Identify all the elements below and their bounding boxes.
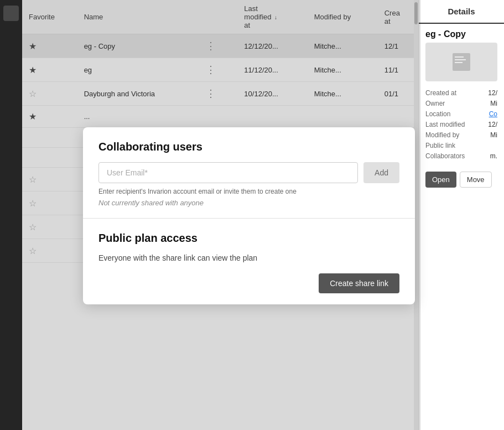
star-icon[interactable]: ☆: [29, 222, 37, 232]
cell-favorite: ★: [22, 34, 77, 58]
sort-arrow: ↓: [274, 14, 277, 20]
info-label-last-modified: Last modified: [425, 121, 465, 128]
star-icon[interactable]: ☆: [29, 89, 37, 99]
cell-favorite: ☆: [22, 239, 77, 263]
info-value-modified-by: Mi: [490, 131, 497, 139]
svg-rect-2: [455, 59, 466, 60]
svg-rect-1: [455, 56, 464, 58]
info-label-owner: Owner: [425, 100, 445, 107]
info-row-last-modified: Last modified 12/: [425, 121, 497, 128]
info-label-location: Location: [425, 110, 450, 118]
star-icon[interactable]: ☆: [29, 199, 37, 208]
info-value-owner: Mi: [490, 100, 497, 107]
cell-favorite: ☆: [22, 82, 77, 106]
dots-menu-icon[interactable]: ⋮: [202, 39, 219, 53]
table-row[interactable]: ☆ Dayburgh and Victoria ⋮ 10/12/20... Mi…: [22, 82, 418, 106]
table-row[interactable]: ★ eg ⋮ 11/12/20... Mitche... 11/1: [22, 58, 418, 82]
app-container: Favorite Name Lastmodified ↓at Modified …: [0, 0, 504, 430]
public-access-section: Public plan access Everyone with the sha…: [83, 218, 415, 304]
public-description: Everyone with the share link can view th…: [98, 253, 399, 262]
share-dialog: Collaborating users Add Enter recipient'…: [83, 127, 415, 304]
cell-menu[interactable]: ⋮: [196, 34, 238, 58]
info-value-location[interactable]: Co: [489, 110, 497, 118]
col-name: Name: [77, 0, 196, 34]
star-icon[interactable]: ★: [29, 65, 37, 75]
cell-favorite: ☆: [22, 168, 77, 191]
cell-modified-by: Mitche...: [308, 82, 378, 106]
cell-favorite: [22, 148, 77, 168]
cell-menu[interactable]: ⋮: [196, 58, 238, 82]
helper-text: Enter recipient's Invarion account email…: [98, 188, 399, 195]
sidebar-logo: [3, 6, 19, 21]
email-row: Add: [98, 162, 399, 183]
thumbnail-icon: [450, 51, 472, 73]
cell-last-modified: 10/12/20...: [237, 82, 307, 106]
svg-rect-3: [455, 62, 463, 63]
public-access-title: Public plan access: [98, 232, 399, 245]
info-label-modified-by: Modified by: [425, 131, 459, 139]
scroll-thumb[interactable]: [414, 2, 418, 24]
open-button[interactable]: Open: [425, 172, 456, 188]
not-shared-text: Not currently shared with anyone: [98, 199, 399, 207]
cell-favorite: ☆: [22, 191, 77, 215]
cell-name: eg: [77, 58, 196, 82]
right-panel-info: Created at 12/ Owner Mi Location Co Last…: [419, 87, 504, 165]
create-share-link-button[interactable]: Create share link: [319, 273, 399, 293]
cell-modified-by: Mitche...: [308, 58, 378, 82]
col-last-modified: Lastmodified ↓at: [237, 0, 307, 34]
cell-modified-by: Mitche...: [308, 34, 378, 58]
cell-created-at: 01/1: [378, 82, 418, 106]
cell-name: ...: [77, 106, 196, 128]
star-icon[interactable]: ★: [29, 112, 37, 121]
star-icon[interactable]: ☆: [29, 175, 37, 184]
collaborating-section: Collaborating users Add Enter recipient'…: [83, 127, 415, 218]
email-input[interactable]: [98, 162, 358, 183]
info-label-public-link: Public link: [425, 142, 455, 149]
info-row-collaborators: Collaborators m.: [425, 152, 497, 160]
table-row[interactable]: ★ eg - Copy ⋮ 12/12/20... Mitche... 12/1: [22, 34, 418, 58]
cell-favorite: [22, 128, 77, 148]
info-label-created-at: Created at: [425, 89, 456, 97]
cell-last-modified: 12/12/20...: [237, 34, 307, 58]
info-label-collaborators: Collaborators: [425, 152, 465, 160]
create-link-row: Create share link: [98, 273, 399, 293]
cell-favorite: ★: [22, 58, 77, 82]
col-created-at: Creaat: [378, 0, 418, 34]
cell-name: eg - Copy: [77, 34, 196, 58]
col-favorite: Favorite: [22, 0, 77, 34]
sidebar: [0, 0, 22, 430]
info-row-location: Location Co: [425, 110, 497, 118]
dots-menu-icon[interactable]: ⋮: [202, 63, 219, 76]
dots-menu-icon[interactable]: ⋮: [202, 87, 219, 100]
col-modified-by: Modified by: [308, 0, 378, 34]
info-row-public-link: Public link: [425, 142, 497, 149]
info-value-last-modified: 12/: [488, 121, 497, 128]
add-button[interactable]: Add: [363, 162, 399, 183]
table-row[interactable]: ★ ...: [22, 106, 418, 128]
cell-name: Dayburgh and Victoria: [77, 82, 196, 106]
info-value-created-at: 12/: [488, 89, 497, 97]
right-panel-buttons: Open Move: [419, 165, 504, 194]
info-row-modified-by: Modified by Mi: [425, 131, 497, 139]
cell-menu[interactable]: ⋮: [196, 82, 238, 106]
cell-created-at: 11/1: [378, 58, 418, 82]
star-icon[interactable]: ☆: [29, 246, 37, 256]
right-panel-title: eg - Copy: [419, 24, 504, 43]
cell-last-modified: 11/12/20...: [237, 58, 307, 82]
right-panel-thumbnail: [425, 43, 497, 81]
info-row-owner: Owner Mi: [425, 100, 497, 107]
info-row-created-at: Created at 12/: [425, 89, 497, 97]
info-value-collaborators: m.: [490, 152, 497, 160]
cell-created-at: 12/1: [378, 34, 418, 58]
right-panel: Details eg - Copy Created at 12/ Owner M…: [418, 0, 504, 430]
table-header-row: Favorite Name Lastmodified ↓at Modified …: [22, 0, 418, 34]
move-button[interactable]: Move: [460, 172, 492, 188]
col-menu: [196, 0, 238, 34]
collaborating-title: Collaborating users: [98, 141, 399, 153]
star-icon[interactable]: ★: [29, 42, 37, 51]
right-panel-header: Details: [419, 0, 504, 24]
cell-favorite: ☆: [22, 215, 77, 239]
